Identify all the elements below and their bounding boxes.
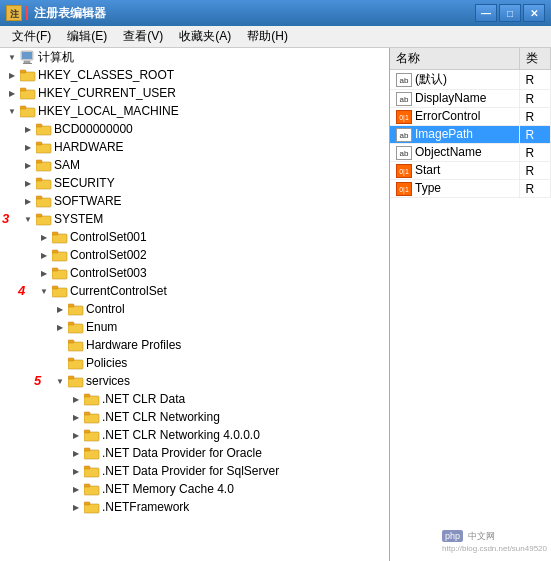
svg-rect-3 <box>23 63 32 64</box>
menu-file[interactable]: 文件(F) <box>4 26 59 47</box>
svg-rect-20 <box>36 216 51 225</box>
col-name-header: 名称 <box>390 48 519 70</box>
watermark-url: http://blog.csdn.net/sun49520 <box>442 544 547 553</box>
reg-value-name-default: (默认) <box>415 72 447 86</box>
registry-type-imagepath: R <box>519 126 550 144</box>
menu-favorites[interactable]: 收藏夹(A) <box>171 26 239 47</box>
tree-label-sam: SAM <box>54 156 80 174</box>
folder-icon-netclr <box>84 392 100 406</box>
tree-item-policies[interactable]: Policies <box>0 354 389 372</box>
expand-icon-control[interactable]: ▶ <box>52 301 68 317</box>
tree-item-hkcr[interactable]: ▶ HKEY_CLASSES_ROOT <box>0 66 389 84</box>
tree-item-hkcu[interactable]: ▶ HKEY_CURRENT_USER <box>0 84 389 102</box>
menu-help[interactable]: 帮助(H) <box>239 26 296 47</box>
tree-item-enum[interactable]: ▶ Enum <box>0 318 389 336</box>
tree-item-ccs[interactable]: 4▼ CurrentControlSet <box>0 282 389 300</box>
tree-item-netclrnet[interactable]: ▶ .NET CLR Networking <box>0 408 389 426</box>
tree-item-sam[interactable]: ▶ SAM <box>0 156 389 174</box>
expand-icon-security[interactable]: ▶ <box>20 175 36 191</box>
folder-icon-policies <box>68 356 84 370</box>
tree-item-cs001[interactable]: ▶ ControlSet001 <box>0 228 389 246</box>
menu-edit[interactable]: 编辑(E) <box>59 26 115 47</box>
right-panel: 名称 类 ab(默认)RabDisplayNameR0|1ErrorContro… <box>390 48 551 561</box>
registry-type-displayname: R <box>519 90 550 108</box>
expand-icon-hkcr[interactable]: ▶ <box>4 67 20 83</box>
registry-row-start[interactable]: 0|1StartR <box>390 162 551 180</box>
expand-icon-hkcu[interactable]: ▶ <box>4 85 20 101</box>
tree-item-hwprofiles[interactable]: Hardware Profiles <box>0 336 389 354</box>
tree-item-software[interactable]: ▶ SOFTWARE <box>0 192 389 210</box>
svg-rect-42 <box>84 414 99 423</box>
tree-item-computer[interactable]: ▼ 计算机 <box>0 48 389 66</box>
expand-icon-cs003[interactable]: ▶ <box>36 265 52 281</box>
expand-icon-netclrnet[interactable]: ▶ <box>68 409 84 425</box>
tree-item-services[interactable]: 5▼ services <box>0 372 389 390</box>
expand-icon-hardware[interactable]: ▶ <box>20 139 36 155</box>
reg-icon-imagepath: ab <box>396 128 412 142</box>
title-bar: 注 注册表编辑器 — □ ✕ <box>0 0 551 26</box>
reg-icon-objectname: ab <box>396 146 412 160</box>
close-button[interactable]: ✕ <box>523 4 545 22</box>
tree-item-netfw[interactable]: ▶ .NETFramework <box>0 498 389 516</box>
svg-rect-1 <box>22 52 32 59</box>
expand-icon-netfw[interactable]: ▶ <box>68 499 84 515</box>
expand-icon-system[interactable]: ▼ <box>20 211 36 227</box>
tree-item-cs003[interactable]: ▶ ControlSet003 <box>0 264 389 282</box>
tree-label-bcd: BCD00000000 <box>54 120 133 138</box>
expand-icon-hwprofiles[interactable] <box>52 337 68 353</box>
tree-item-netsql[interactable]: ▶ .NET Data Provider for SqlServer <box>0 462 389 480</box>
expand-icon-computer[interactable]: ▼ <box>4 49 20 65</box>
expand-icon-hklm[interactable]: ▼ <box>4 103 20 119</box>
tree-item-cs002[interactable]: ▶ ControlSet002 <box>0 246 389 264</box>
folder-icon-hkcu <box>20 86 36 100</box>
folder-icon-bcd <box>36 122 52 136</box>
registry-row-default[interactable]: ab(默认)R <box>390 70 551 90</box>
tree-panel[interactable]: ▼ 计算机▶ HKEY_CLASSES_ROOT▶ HKEY_CURRENT_U… <box>0 48 390 561</box>
folder-icon-netclrnet40 <box>84 428 100 442</box>
tree-item-bcd[interactable]: ▶ BCD00000000 <box>0 120 389 138</box>
reg-value-name-objectname: ObjectName <box>415 145 482 159</box>
registry-type-errorcontrol: R <box>519 108 550 126</box>
tree-item-netclr[interactable]: ▶ .NET CLR Data <box>0 390 389 408</box>
expand-icon-netmem[interactable]: ▶ <box>68 481 84 497</box>
expand-icon-netclrnet40[interactable]: ▶ <box>68 427 84 443</box>
expand-icon-policies[interactable] <box>52 355 68 371</box>
registry-row-errorcontrol[interactable]: 0|1ErrorControlR <box>390 108 551 126</box>
tree-item-netmem[interactable]: ▶ .NET Memory Cache 4.0 <box>0 480 389 498</box>
tree-label-hardware: HARDWARE <box>54 138 124 156</box>
tree-item-security[interactable]: ▶ SECURITY <box>0 174 389 192</box>
tree-item-hardware[interactable]: ▶ HARDWARE <box>0 138 389 156</box>
expand-icon-bcd[interactable]: ▶ <box>20 121 36 137</box>
expand-icon-netoracle[interactable]: ▶ <box>68 445 84 461</box>
minimize-button[interactable]: — <box>475 4 497 22</box>
svg-rect-30 <box>68 306 83 315</box>
folder-icon-netmem <box>84 482 100 496</box>
watermark: php 中文网 http://blog.csdn.net/sun49520 <box>442 530 547 553</box>
expand-icon-cs002[interactable]: ▶ <box>36 247 52 263</box>
svg-rect-9 <box>20 106 26 109</box>
registry-row-displayname[interactable]: abDisplayNameR <box>390 90 551 108</box>
expand-icon-cs001[interactable]: ▶ <box>36 229 52 245</box>
folder-icon-software <box>36 194 52 208</box>
registry-name-imagepath: abImagePath <box>390 126 519 144</box>
folder-icon-security <box>36 176 52 190</box>
registry-row-imagepath[interactable]: abImagePathR <box>390 126 551 144</box>
reg-value-name-displayname: DisplayName <box>415 91 486 105</box>
expand-icon-netsql[interactable]: ▶ <box>68 463 84 479</box>
tree-item-system[interactable]: 3▼ SYSTEM <box>0 210 389 228</box>
tree-item-hklm[interactable]: 2▼ HKEY_LOCAL_MACHINE <box>0 102 389 120</box>
maximize-button[interactable]: □ <box>499 4 521 22</box>
expand-icon-ccs[interactable]: ▼ <box>36 283 52 299</box>
registry-row-objectname[interactable]: abObjectNameR <box>390 144 551 162</box>
expand-icon-enum[interactable]: ▶ <box>52 319 68 335</box>
tree-item-netclrnet40[interactable]: ▶ .NET CLR Networking 4.0.0.0 <box>0 426 389 444</box>
tree-item-control[interactable]: ▶ Control <box>0 300 389 318</box>
expand-icon-services[interactable]: ▼ <box>52 373 68 389</box>
registry-row-type[interactable]: 0|1TypeR <box>390 180 551 198</box>
expand-icon-netclr[interactable]: ▶ <box>68 391 84 407</box>
menu-view[interactable]: 查看(V) <box>115 26 171 47</box>
expand-icon-software[interactable]: ▶ <box>20 193 36 209</box>
svg-rect-19 <box>36 196 42 199</box>
tree-item-netoracle[interactable]: ▶ .NET Data Provider for Oracle <box>0 444 389 462</box>
expand-icon-sam[interactable]: ▶ <box>20 157 36 173</box>
